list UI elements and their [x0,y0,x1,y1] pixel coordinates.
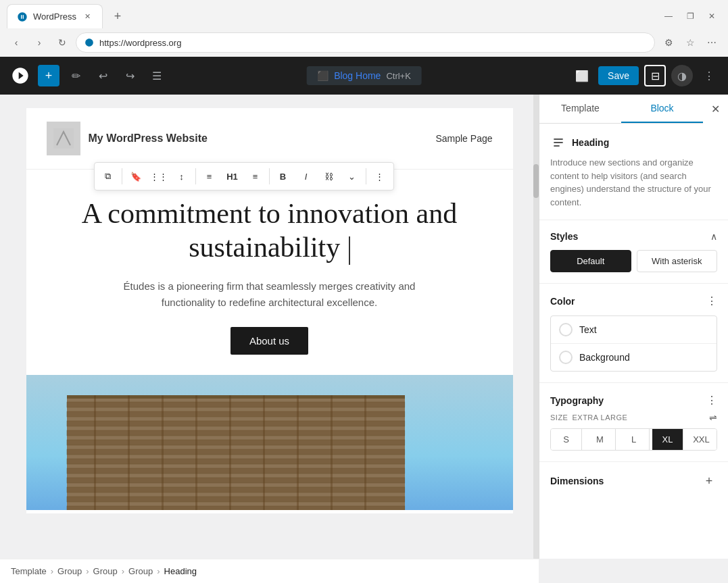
breadcrumb-template[interactable]: Template [11,566,47,576]
svg-rect-12 [67,478,405,483]
heading-block[interactable]: A commitment to innovation and sustainab… [47,197,493,265]
tab-title: WordPress [33,11,76,22]
sidebar-tabs-row: Template Block ✕ [539,95,728,124]
styles-collapse-button[interactable]: ∧ [710,231,717,242]
text-color-row[interactable]: Text [551,316,717,344]
copy-block-button[interactable]: ⧉ [97,166,119,187]
align-button[interactable]: ≡ [199,166,220,187]
tab-close-button[interactable]: ✕ [82,11,93,22]
browser-extensions-button[interactable]: ⚙ [659,33,678,52]
close-window-button[interactable]: ✕ [702,7,721,26]
forward-button[interactable]: › [30,33,49,52]
browser-tab[interactable]: WordPress ✕ [7,4,103,28]
undo-button[interactable]: ↩ [92,65,114,86]
background-color-swatch [559,351,573,364]
size-xxl-button[interactable]: XXL [686,429,717,450]
save-button[interactable]: Save [598,66,639,85]
canvas-inner: My WordPress Website Sample Page ⧉ 🔖 ⋮⋮ … [26,108,513,513]
size-xl-button[interactable]: XL [652,429,683,450]
new-tab-button[interactable]: + [108,7,127,26]
browser-favorites-button[interactable]: ☆ [681,33,700,52]
dimensions-section: Dimensions + [539,462,728,500]
size-filter-button[interactable]: ⇌ [709,412,717,423]
sidebar-close-button[interactable]: ✕ [703,95,728,124]
back-button[interactable]: ‹ [7,33,26,52]
toolbar-more-button[interactable]: ⋮ [698,65,720,86]
wordpress-favicon [17,11,28,22]
styles-header: Styles ∧ [550,231,717,242]
minimize-button[interactable]: — [659,7,678,26]
svg-rect-18 [162,395,164,510]
background-color-label: Background [579,352,630,363]
sidebar-tabs: Template Block [539,95,703,124]
text-color-swatch [559,323,573,336]
browser-titlebar: WordPress ✕ + — ❐ ✕ [0,0,728,28]
styles-section: Styles ∧ Default With asterisk [539,220,728,284]
link-button[interactable]: ⛓ [318,166,340,187]
block-options-button[interactable]: ⋮ [369,166,391,187]
size-s-button[interactable]: S [551,429,582,450]
hero-section: A commitment to innovation and sustainab… [26,170,513,368]
toolbar-divider-3 [269,168,270,184]
more-rich-text-button[interactable]: ⌄ [341,166,363,187]
breadcrumb: Template › Group › Group › Group › Headi… [0,559,539,583]
breadcrumb-group-3[interactable]: Group [128,566,153,576]
default-style-button[interactable]: Default [550,250,631,272]
typography-more-button[interactable]: ⋮ [706,394,717,407]
svg-rect-8 [67,440,405,445]
svg-rect-9 [67,449,405,455]
breadcrumb-group-1[interactable]: Group [57,566,82,576]
bold-label: B [280,172,286,182]
move-up-down-button[interactable]: ↕ [171,166,193,187]
redo-button[interactable]: ↪ [119,65,141,86]
font-size-buttons: S M L XL XXL [550,428,717,451]
svg-rect-10 [67,459,405,464]
add-block-button[interactable]: + [38,65,59,86]
block-info-section: Heading Introduce new sections and organ… [539,124,728,220]
template-tab[interactable]: Template [539,95,621,123]
asterisk-style-button[interactable]: With asterisk [637,250,718,272]
about-us-button[interactable]: About us [230,327,308,355]
address-bar[interactable]: https://wordpress.org [76,32,655,53]
toolbar-center: ⬛ Blog Home Ctrl+K [306,66,422,85]
svg-rect-6 [67,421,405,426]
sidebar-view-button[interactable]: ⊟ [644,65,666,86]
site-title: My WordPress Website [89,132,208,145]
svg-rect-25 [405,375,513,510]
svg-rect-3 [67,395,405,399]
block-type-button[interactable]: 🔖 [125,166,147,187]
wordpress-logo[interactable] [8,64,32,88]
svg-rect-21 [263,395,265,510]
browser-nav-icons: ⚙ ☆ ⋯ [659,33,721,52]
svg-rect-4 [67,402,405,407]
color-more-button[interactable]: ⋮ [706,295,717,307]
list-view-button[interactable]: ☰ [146,65,168,86]
bold-button[interactable]: B [272,166,294,187]
block-tab[interactable]: Block [621,95,703,123]
heading-level-button[interactable]: H1 [222,166,243,187]
add-dimensions-button[interactable]: + [701,473,717,489]
breadcrumb-group-2[interactable]: Group [93,566,118,576]
svg-rect-24 [364,395,366,510]
edit-mode-button[interactable]: ✏ [65,65,87,86]
address-favicon [84,38,94,47]
browser-menu-button[interactable]: ⋯ [702,33,721,52]
refresh-button[interactable]: ↻ [53,33,72,52]
breadcrumb-sep-4: › [157,566,160,576]
scroll-thumb[interactable] [533,164,539,198]
site-brand: My WordPress Website [47,122,208,155]
italic-button[interactable]: I [295,166,317,187]
text-align-button[interactable]: ≡ [245,166,266,187]
background-color-row[interactable]: Background [551,344,717,371]
breadcrumb-heading[interactable]: Heading [164,566,197,576]
size-m-button[interactable]: M [585,429,616,450]
heading-block-icon [550,134,566,151]
drag-handle-button[interactable]: ⋮⋮ [148,166,170,187]
page-name-label[interactable]: Blog Home [334,70,381,81]
restore-button[interactable]: ❐ [681,7,700,26]
style-switcher-button[interactable]: ◑ [671,65,693,86]
heading-text-line2: sustainability [189,232,340,263]
view-button[interactable]: ⬜ [571,65,593,86]
svg-rect-5 [67,411,405,417]
size-l-button[interactable]: L [618,429,650,450]
